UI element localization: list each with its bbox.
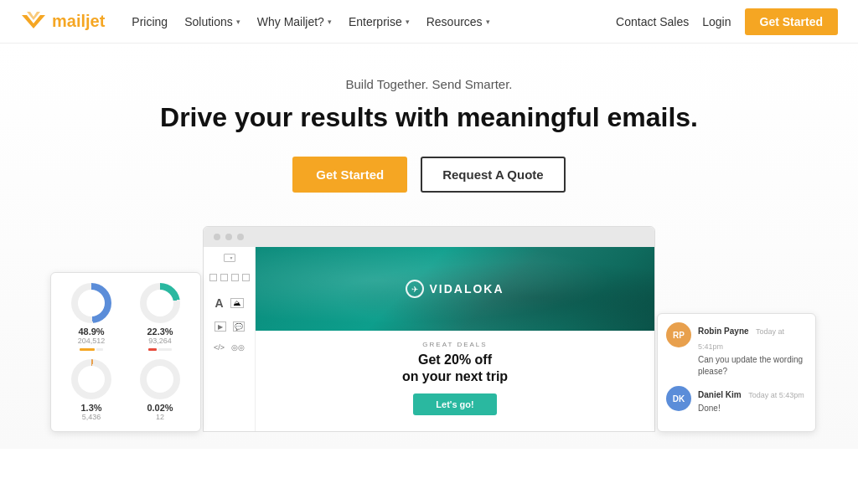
analytics-item-1: 48.9% 204,512 <box>61 283 121 351</box>
navigation: mailjet Pricing Solutions ▾ Why Mailjet?… <box>0 0 858 44</box>
hero-title: Drive your results with meaningful email… <box>160 101 698 133</box>
browser-mockup: ▼ A ⛰ ▶ 💬 <box>203 226 655 432</box>
screenshots-area: 48.9% 204,512 22.3% 93,264 <box>0 226 858 432</box>
browser-dot-2 <box>225 234 232 240</box>
chat-bubble-1: Robin Payne Today at 5:41pm Can you upda… <box>698 322 807 378</box>
analytics-grid: 48.9% 204,512 22.3% 93,264 <box>61 283 190 421</box>
video-widget-icon: ▶ <box>214 321 226 332</box>
text-icon: A <box>214 296 223 310</box>
chevron-down-icon: ▾ <box>406 18 410 26</box>
vidaloka-icon: ✈ <box>406 280 424 298</box>
nav-link-enterprise[interactable]: Enterprise ▾ <box>349 15 410 28</box>
vidaloka-logo: ✈ VIDALOKA <box>406 280 504 298</box>
text-image-row: A ⛰ <box>214 296 243 310</box>
email-header-image: ✈ VIDALOKA <box>256 247 654 331</box>
layout-icons-row <box>209 274 250 281</box>
image-icon: ⛰ <box>230 298 244 308</box>
logo[interactable]: mailjet <box>20 8 105 35</box>
email-great-deals: GREAT DEALS <box>269 341 641 348</box>
stat1-bars <box>80 348 103 351</box>
get-started-hero-button[interactable]: Get Started <box>292 157 407 193</box>
stat3-pct: 1.3% <box>80 403 101 413</box>
email-preview: ✈ VIDALOKA GREAT DEALS Get 20% off on yo… <box>256 247 654 431</box>
analytics-item-4: 0.02% 12 <box>130 359 190 421</box>
browser-content: ▼ A ⛰ ▶ 💬 <box>204 247 654 431</box>
email-body: GREAT DEALS Get 20% off on your next tri… <box>256 331 654 425</box>
stat4-count: 12 <box>156 413 164 421</box>
chat-text-1: Can you update the wording please? <box>698 354 807 378</box>
nav-links: Pricing Solutions ▾ Why Mailjet? ▾ Enter… <box>132 15 616 28</box>
layout-icon <box>220 274 228 281</box>
chat-avatar-rp: RP <box>666 322 691 347</box>
nav-right: Contact Sales Login Get Started <box>616 8 838 35</box>
vidaloka-brand: VIDALOKA <box>429 282 504 296</box>
layout-icon <box>231 274 239 281</box>
chat-message-2: DK Daniel Kim Today at 5:43pm Done! <box>666 386 807 414</box>
donut-2 <box>140 283 180 323</box>
browser-dot-1 <box>214 234 220 240</box>
chat-avatar-dk: DK <box>666 386 691 411</box>
dropdown-icon: ▼ <box>224 254 235 262</box>
chevron-down-icon: ▾ <box>236 18 240 26</box>
nav-link-solutions[interactable]: Solutions ▾ <box>184 15 240 28</box>
contact-sales-link[interactable]: Contact Sales <box>616 15 689 28</box>
stat2-bars <box>148 348 172 351</box>
chat-time-2: Today at 5:43pm <box>748 391 804 399</box>
get-started-nav-button[interactable]: Get Started <box>745 8 838 35</box>
donut-3 <box>71 359 111 399</box>
analytics-item-2: 22.3% 93,264 <box>130 283 190 351</box>
chat-message-1: RP Robin Payne Today at 5:41pm Can you u… <box>666 322 807 378</box>
email-cta-button[interactable]: Let's go! <box>413 393 497 415</box>
code-icon: </> <box>214 343 225 352</box>
login-link[interactable]: Login <box>702 15 731 28</box>
stat4-pct: 0.02% <box>147 403 173 413</box>
chat-panel: RP Robin Payne Today at 5:41pm Can you u… <box>657 313 816 432</box>
nav-link-why-mailjet[interactable]: Why Mailjet? ▾ <box>257 15 332 28</box>
browser-dot-3 <box>237 234 244 240</box>
chat-bubble-2: Daniel Kim Today at 5:43pm Done! <box>698 386 804 414</box>
layout-icon <box>209 274 217 281</box>
comment-icon: 💬 <box>233 321 245 332</box>
stat1-pct: 48.9% <box>78 327 104 337</box>
stat2-pct: 22.3% <box>147 327 173 337</box>
chat-name-2: Daniel Kim <box>698 390 742 399</box>
code-row: </> ◎◎ <box>214 343 245 352</box>
layout-icon <box>242 274 250 281</box>
chevron-down-icon: ▾ <box>328 18 332 26</box>
hero-tagline: Build Together. Send Smarter. <box>345 77 512 91</box>
nav-link-resources[interactable]: Resources ▾ <box>426 15 490 28</box>
hero-section: Build Together. Send Smarter. Drive your… <box>0 44 858 449</box>
chat-name-1: Robin Payne <box>698 327 749 336</box>
donut-1 <box>71 283 111 323</box>
logo-text: mailjet <box>52 12 105 31</box>
email-offer: Get 20% off on your next trip <box>269 352 641 385</box>
stat3-count: 5,436 <box>82 413 101 421</box>
nav-link-pricing[interactable]: Pricing <box>132 15 168 28</box>
widget-row: ▶ 💬 <box>214 321 245 332</box>
analytics-item-3: 1.3% 5,436 <box>61 359 121 421</box>
analytics-card: 48.9% 204,512 22.3% 93,264 <box>50 272 201 432</box>
request-quote-button[interactable]: Request A Quote <box>421 157 566 193</box>
editor-sidebar: ▼ A ⛰ ▶ 💬 <box>204 247 256 431</box>
donut-4 <box>140 359 180 399</box>
stat1-count: 204,512 <box>78 337 106 345</box>
browser-bar <box>204 227 654 247</box>
chevron-down-icon: ▾ <box>486 18 490 26</box>
social-icon: ◎◎ <box>231 343 245 352</box>
hero-buttons: Get Started Request A Quote <box>292 157 565 193</box>
stat2-count: 93,264 <box>148 337 172 345</box>
chat-text-2: Done! <box>698 403 804 414</box>
